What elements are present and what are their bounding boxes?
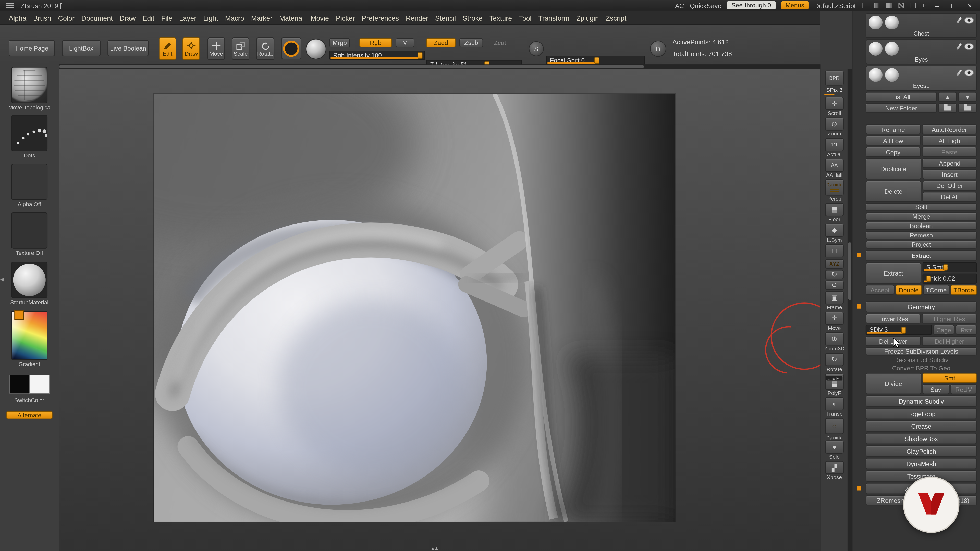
visibility-icon[interactable] <box>964 69 974 76</box>
move-to-folder-button[interactable] <box>938 103 957 113</box>
menu-zplugin[interactable]: Zplugin <box>576 14 599 21</box>
subtool-row-eyes[interactable]: Eyes <box>865 39 977 64</box>
rgb-intensity-slider[interactable]: Rgb Intensity 100 <box>329 51 425 60</box>
turn-view-button[interactable]: ↺ <box>825 281 844 290</box>
draw-mode-button[interactable]: Draw <box>183 38 200 60</box>
monitor-icon[interactable]: ◫ <box>910 2 916 9</box>
spin-view-button[interactable]: ↻ <box>825 270 844 279</box>
move-out-folder-button[interactable] <box>958 103 977 113</box>
brush-preview-button[interactable] <box>281 38 301 59</box>
split-button[interactable]: Split <box>865 203 977 211</box>
all-high-button[interactable]: All High <box>922 135 977 145</box>
smooth-modifier-button[interactable]: Smt <box>923 373 977 383</box>
convert-bpr-button[interactable]: Convert BPR To Geo <box>865 365 977 372</box>
menu-movie[interactable]: Movie <box>310 14 329 21</box>
stroke-curve-badge[interactable]: S <box>529 41 544 56</box>
paint-icon[interactable] <box>956 43 962 50</box>
solo-button[interactable]: Dynamic ● Solo <box>825 435 844 460</box>
subtool-down-button[interactable]: ▼ <box>958 92 977 102</box>
new-folder-button[interactable]: New Folder <box>865 103 937 113</box>
plugin-logo-badge[interactable] <box>901 475 961 535</box>
menu-document[interactable]: Document <box>81 14 113 21</box>
slider-handle[interactable] <box>595 57 600 64</box>
freeze-subdivision-button[interactable]: Freeze SubDivision Levels <box>865 348 977 356</box>
subtool-up-button[interactable]: ▲ <box>938 92 957 102</box>
menu-material[interactable]: Material <box>279 14 304 21</box>
geometry-section-header[interactable]: Geometry <box>865 301 977 312</box>
zadd-button[interactable]: Zadd <box>426 38 455 48</box>
menu-color[interactable]: Color <box>58 14 74 21</box>
menu-picker[interactable]: Picker <box>336 14 355 21</box>
local-transform-button[interactable]: □ <box>825 245 844 258</box>
thickness-slider[interactable]: Thick 0.02 <box>923 274 977 284</box>
del-other-button[interactable]: Del Other <box>923 181 977 191</box>
delete-button[interactable]: Delete <box>865 181 921 202</box>
slider-handle[interactable] <box>418 52 423 59</box>
higher-res-button[interactable]: Higher Res <box>922 313 977 324</box>
mrgb-button[interactable]: Mrgb <box>329 38 350 48</box>
del-higher-button[interactable]: Del Higher <box>922 336 977 346</box>
crease-section-header[interactable]: Crease <box>865 421 977 432</box>
primary-color-swatch[interactable] <box>10 375 29 393</box>
zoom3d-button[interactable]: ⊕ Zoom3D <box>824 332 845 352</box>
rename-button[interactable]: Rename <box>865 124 921 134</box>
paste-button[interactable]: Paste <box>922 147 977 157</box>
current-material-button[interactable]: StartupMaterial <box>0 262 59 305</box>
accept-button[interactable]: Accept <box>865 285 894 295</box>
polyframe-button[interactable]: Line Fill ▦ PolyF <box>825 373 844 396</box>
scrollbar-handle[interactable] <box>848 242 851 300</box>
document-area[interactable] <box>154 94 675 522</box>
focal-shift-slider[interactable]: Focal Shift 0 <box>546 56 645 65</box>
scroll-button[interactable]: ✛ Scroll <box>825 97 844 116</box>
gradient-color-picker[interactable] <box>11 311 48 360</box>
remesh-button[interactable]: Remesh <box>865 231 977 239</box>
floor-grid-button[interactable]: ▦ Floor <box>825 203 844 222</box>
all-low-button[interactable]: All Low <box>865 135 921 145</box>
current-color-swatch[interactable] <box>14 310 24 320</box>
app-menu-icon[interactable] <box>6 5 14 6</box>
extract-section-header[interactable]: Extract <box>865 250 977 261</box>
current-stroke-button[interactable]: Dots <box>0 115 59 159</box>
edit-mode-button[interactable]: Edit <box>159 38 177 60</box>
subtool-row-eyes1-selected[interactable]: Eyes1 <box>865 65 977 91</box>
alternate-control[interactable]: Alternate <box>0 411 59 419</box>
slider-handle[interactable] <box>943 264 948 270</box>
menu-brush[interactable]: Brush <box>33 14 51 21</box>
menu-stencil[interactable]: Stencil <box>435 14 456 21</box>
scrollbar-handle[interactable] <box>59 65 644 68</box>
quicksave-button[interactable]: QuickSave <box>690 2 721 9</box>
insert-button[interactable]: Insert <box>923 169 977 179</box>
menu-file[interactable]: File <box>161 14 172 21</box>
menu-alpha[interactable]: Alpha <box>9 14 26 21</box>
current-texture-button[interactable]: Texture Off <box>0 213 59 256</box>
canvas-horizontal-scrollbar[interactable] <box>59 64 821 68</box>
lower-res-button[interactable]: Lower Res <box>865 313 921 324</box>
duplicate-button[interactable]: Duplicate <box>865 158 921 179</box>
m-button[interactable]: M <box>396 38 414 48</box>
transparency-button[interactable]: ◐ Transp <box>825 397 844 417</box>
menu-layer[interactable]: Layer <box>179 14 196 21</box>
menu-preferences[interactable]: Preferences <box>362 14 399 21</box>
slider-handle[interactable] <box>901 327 907 333</box>
claypolish-section-header[interactable]: ClayPolish <box>865 445 977 457</box>
menu-render[interactable]: Render <box>406 14 428 21</box>
menu-macro[interactable]: Macro <box>225 14 244 21</box>
smoothness-slider[interactable]: S Smt 5 <box>923 262 977 272</box>
contrast-icon[interactable]: ◐ <box>922 2 926 9</box>
visibility-icon[interactable] <box>964 43 974 50</box>
material-sphere-button[interactable] <box>306 39 326 59</box>
merge-button[interactable]: Merge <box>865 213 977 221</box>
palette-icon[interactable]: ▧ <box>898 2 904 9</box>
grid-icon[interactable]: ▦ <box>886 2 892 9</box>
menu-texture[interactable]: Texture <box>490 14 512 21</box>
alternate-button[interactable]: Alternate <box>6 411 52 419</box>
sliders-icon[interactable]: ▤ <box>861 2 868 9</box>
rgb-button[interactable]: Rgb <box>360 38 392 48</box>
project-button[interactable]: Project <box>865 241 977 249</box>
home-page-button[interactable]: Home Page <box>9 40 55 56</box>
move-mode-button[interactable]: Move <box>207 38 225 60</box>
menu-edit[interactable]: Edit <box>142 14 154 21</box>
ac-button[interactable]: AC <box>675 2 684 9</box>
suv-button[interactable]: Suv <box>923 384 949 394</box>
viewport-canvas[interactable]: ▲▲ <box>59 68 821 551</box>
